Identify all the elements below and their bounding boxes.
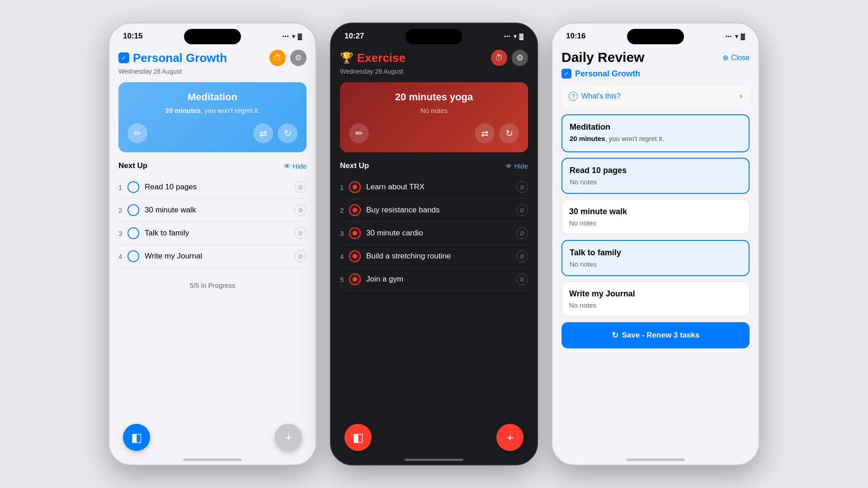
inner-dot-5 (353, 277, 357, 282)
task-num-2-5: 5 (340, 276, 349, 283)
task-edit-2-5[interactable]: ⊘ (516, 273, 528, 285)
pencil-icon-2: ✏ (355, 128, 363, 139)
review-task-notes-3: No notes (569, 219, 742, 227)
chevron-right-icon: › (740, 91, 742, 101)
close-button[interactable]: ⊗ Close (722, 53, 750, 62)
status-icons-1: ••• ▾ ▓ (283, 33, 302, 40)
review-task-card-1: Meditation 20 minutes, you won't regret … (561, 114, 750, 152)
signal-icon-1: ••• (283, 33, 289, 39)
table-row: 5 Join a gym ⊘ (340, 268, 528, 291)
review-task-rest-1: , you won't regret it. (605, 135, 664, 142)
task-edit-2-4[interactable]: ⊘ (516, 250, 528, 262)
phone2-edit-button[interactable]: ✏ (349, 123, 369, 143)
task-circle-1[interactable] (127, 181, 139, 193)
add-icon-1: + (285, 431, 292, 445)
phone1-featured-subtitle: 20 minutes, you won't regret it. (127, 107, 297, 114)
phone2-date: Wednesday 28 August (340, 68, 528, 75)
task-num-1: 1 (118, 183, 127, 191)
review-task-notes-2: No notes (570, 178, 741, 186)
question-icon: ? (569, 92, 578, 101)
phone2-fab-add[interactable]: + (496, 424, 524, 451)
save-label: Save - Renew 3 tasks (622, 331, 700, 340)
close-circle-icon: ⊗ (722, 53, 728, 62)
wifi-icon-3: ▾ (735, 33, 738, 40)
phone1-featured-card: Meditation 20 minutes, you won't regret … (118, 82, 307, 152)
status-time-1: 10:15 (123, 32, 142, 41)
task-circle-2[interactable] (127, 204, 139, 216)
phone2-hide-button[interactable]: 👁 Hide (505, 162, 528, 170)
task-edit-2[interactable]: ⊘ (295, 204, 307, 216)
hide-label-2: Hide (514, 162, 528, 170)
task-edit-2-3[interactable]: ⊘ (516, 227, 528, 239)
task-circle-3[interactable] (127, 227, 139, 239)
task-circle-2-5[interactable] (349, 273, 361, 285)
phone1-featured-title: Meditation (127, 91, 297, 103)
phone-2: 10:27 ••• ▾ ▓ 🏆 Exercise ⏱ ⚙ Wednesday 2… (330, 23, 538, 465)
phone1-featured-bold: 20 minutes (165, 107, 201, 114)
swap-icon-1: ⇄ (259, 128, 267, 139)
dynamic-island-2 (406, 29, 462, 44)
whats-this-left: ? What's this? (569, 92, 621, 101)
phone1-date: Wednesday 28 August (118, 68, 307, 75)
review-task-title-3: 30 minute walk (569, 207, 742, 216)
timer-button-2[interactable]: ⏱ (491, 50, 507, 66)
hide-label-1: Hide (292, 162, 307, 170)
renew-icon: ↻ (612, 330, 618, 340)
home-icon-1: ◧ (131, 431, 142, 445)
table-row: 3 Talk to family ⊘ (118, 222, 307, 245)
pencil-icon-1: ✏ (134, 128, 142, 139)
task-name-2-4: Build a stretching routine (366, 252, 516, 261)
battery-icon-1: ▓ (298, 33, 302, 40)
phone1-title-group: ✓ Personal Growth (118, 51, 227, 65)
task-edit-2-2[interactable]: ⊘ (516, 204, 528, 216)
review-subtitle-checkbox: ✓ (561, 69, 571, 79)
task-circle-2-4[interactable] (349, 250, 361, 262)
phone-3: 10:16 ••• ▾ ▓ Daily Review ⊗ Close ✓ Per… (552, 23, 760, 465)
task-circle-2-1[interactable] (349, 181, 361, 193)
task-edit-1[interactable]: ⊘ (295, 181, 307, 193)
task-circle-4[interactable] (127, 250, 139, 262)
review-task-title-5: Write my Journal (569, 289, 742, 299)
review-task-card-3: 30 minute walk No notes (561, 199, 750, 235)
phone2-content: 🏆 Exercise ⏱ ⚙ Wednesday 28 August 20 mi… (331, 46, 537, 291)
phone2-refresh-button[interactable]: ↻ (499, 123, 519, 143)
phone1-edit-button[interactable]: ✏ (127, 123, 147, 143)
save-button[interactable]: ↻ Save - Renew 3 tasks (561, 322, 750, 348)
review-task-notes-4: No notes (570, 260, 741, 268)
review-subtitle-text: Personal Growth (575, 69, 640, 79)
phone1-refresh-button[interactable]: ↻ (278, 123, 297, 143)
phone2-featured-card: 20 minutes yoga No notes ✏ ⇄ ↻ (340, 82, 528, 152)
task-edit-3[interactable]: ⊘ (295, 227, 307, 239)
phone1-fab-add[interactable]: + (275, 424, 302, 451)
task-name-2-1: Learn about TRX (366, 183, 516, 192)
phone1-fab-home[interactable]: ◧ (123, 424, 150, 451)
battery-icon-3: ▓ (741, 33, 745, 40)
phone1-checkbox: ✓ (118, 52, 129, 63)
task-name-4: Write my Journal (145, 252, 295, 261)
review-task-title-4: Talk to family (570, 248, 741, 258)
phone2-section-header: Next Up 👁 Hide (340, 161, 528, 170)
task-edit-4[interactable]: ⊘ (295, 250, 307, 262)
phone1-swap-button[interactable]: ⇄ (253, 123, 273, 143)
settings-button-2[interactable]: ⚙ (512, 50, 528, 66)
task-name-2-5: Join a gym (366, 275, 516, 284)
task-name-2: 30 minute walk (145, 206, 295, 215)
eye-slash-icon-1: 👁 (284, 162, 291, 170)
phone2-header-icons: ⏱ ⚙ (491, 50, 528, 66)
phone2-fab-home[interactable]: ◧ (344, 424, 372, 451)
phone2-header: 🏆 Exercise ⏱ ⚙ (340, 46, 528, 66)
review-task-title-2: Read 10 pages (570, 166, 741, 175)
phone2-swap-button[interactable]: ⇄ (475, 123, 495, 143)
task-circle-2-3[interactable] (349, 227, 361, 239)
task-circle-2-2[interactable] (349, 204, 361, 216)
settings-button-1[interactable]: ⚙ (290, 50, 307, 66)
timer-button-1[interactable]: ⏱ (269, 50, 286, 66)
phone1-section-header: Next Up 👁 Hide (118, 161, 307, 170)
phone1-hide-button[interactable]: 👁 Hide (284, 162, 307, 170)
status-icons-3: ••• ▾ ▓ (726, 33, 745, 40)
whats-this-row[interactable]: ? What's this? › (561, 85, 750, 107)
table-row: 2 Buy resistance bands ⊘ (340, 199, 528, 222)
phone2-next-up-label: Next Up (340, 161, 369, 170)
review-task-card-2: Read 10 pages No notes (561, 158, 750, 194)
task-edit-2-1[interactable]: ⊘ (516, 181, 528, 193)
